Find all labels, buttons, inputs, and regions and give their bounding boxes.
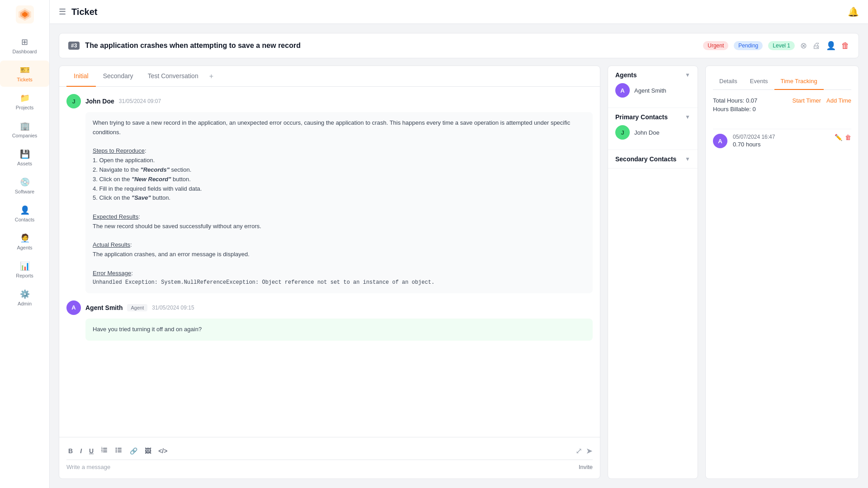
- editor-toolbar: B I U 1.2.3. 🔗 🖼 </>: [66, 442, 593, 460]
- invite-button[interactable]: Invite: [579, 464, 593, 470]
- app-logo[interactable]: [16, 5, 34, 23]
- message-header: J John Doe 31/05/2024 09:07: [66, 94, 593, 108]
- time-entry-info: 05/07/2024 16:47 0.70 hours: [733, 134, 829, 148]
- svg-rect-4: [103, 448, 107, 449]
- secondary-contacts-section: Secondary Contacts ▼: [608, 150, 698, 169]
- time-entry-actions: ✏️ 🗑: [835, 134, 851, 141]
- message-body: When trying to save a new record in the …: [85, 112, 593, 293]
- message-item: J John Doe 31/05/2024 09:07 When trying …: [66, 94, 593, 293]
- admin-icon: ⚙️: [20, 289, 30, 299]
- secondary-contacts-header[interactable]: Secondary Contacts ▼: [615, 155, 690, 163]
- messages-area: J John Doe 31/05/2024 09:07 When trying …: [59, 87, 600, 437]
- svg-rect-10: [118, 448, 122, 449]
- editor-bottom: Write a message Invite: [66, 460, 593, 474]
- status-badge: Pending: [734, 41, 763, 50]
- tab-secondary[interactable]: Secondary: [96, 66, 141, 87]
- sidebar-item-companies[interactable]: 🏢 Companies: [0, 117, 49, 143]
- hamburger-icon[interactable]: ☰: [59, 7, 66, 17]
- agent-badge: Agent: [127, 304, 147, 311]
- print-icon[interactable]: 🖨: [812, 41, 821, 51]
- sidebar-item-contacts[interactable]: 👤 Contacts: [0, 201, 49, 227]
- contact-item: J John Doe: [615, 121, 690, 144]
- sidebar-item-projects[interactable]: 📁 Projects: [0, 89, 49, 115]
- close-ticket-icon[interactable]: ⊗: [800, 41, 807, 51]
- secondary-contacts-title: Secondary Contacts: [615, 155, 676, 163]
- agents-section: Agents ▼ A Agent Smith: [608, 66, 698, 108]
- agents-chevron-icon: ▼: [685, 72, 690, 78]
- primary-contacts-chevron-icon: ▼: [685, 114, 690, 120]
- level-badge: Level 1: [768, 41, 795, 50]
- delete-time-entry-icon[interactable]: 🗑: [845, 134, 851, 141]
- priority-badge: Urgent: [703, 41, 728, 50]
- tab-events[interactable]: Events: [744, 73, 774, 90]
- message-sender: John Doe: [85, 98, 114, 105]
- message-sender: Agent Smith: [85, 304, 123, 311]
- agents-section-title: Agents: [615, 71, 637, 79]
- delete-ticket-icon[interactable]: 🗑: [841, 41, 849, 51]
- agents-section-header[interactable]: Agents ▼: [615, 71, 690, 79]
- page-title: Ticket: [71, 7, 97, 17]
- tab-details[interactable]: Details: [713, 73, 744, 90]
- avatar: A: [66, 300, 81, 315]
- unordered-list-button[interactable]: [113, 446, 124, 456]
- avatar: J: [66, 94, 81, 108]
- primary-contacts-section: Primary Contacts ▼ J John Doe: [608, 108, 698, 150]
- sidebar-item-agents[interactable]: 🧑‍💼 Agents: [0, 229, 49, 255]
- ticket-header-actions: ⊗ 🖨 👤 🗑: [800, 41, 849, 51]
- avatar: A: [713, 134, 727, 148]
- sidebar-item-admin[interactable]: ⚙️ Admin: [0, 285, 49, 311]
- svg-text:3.: 3.: [101, 450, 104, 453]
- billable-hours: Hours Billable: 0: [713, 106, 757, 113]
- agent-item: A Agent Smith: [615, 79, 690, 102]
- notifications-icon[interactable]: 🔔: [848, 7, 859, 17]
- projects-icon: 📁: [20, 93, 30, 103]
- edit-time-entry-icon[interactable]: ✏️: [835, 134, 842, 141]
- contact-name: John Doe: [634, 129, 660, 136]
- agents-icon: 🧑‍💼: [20, 233, 30, 243]
- start-timer-button[interactable]: Start Timer: [793, 97, 821, 104]
- add-tab-button[interactable]: +: [206, 68, 217, 85]
- time-entry-hours: 0.70 hours: [733, 141, 829, 148]
- add-time-button[interactable]: Add Time: [826, 97, 851, 104]
- time-panel-content: Details Events Time Tracking Total Hours…: [706, 66, 859, 160]
- tab-time-tracking[interactable]: Time Tracking: [774, 73, 824, 90]
- total-hours: Total Hours: 0.07: [713, 97, 757, 104]
- code-button[interactable]: </>: [156, 446, 169, 455]
- expand-editor-icon[interactable]: ⤢: [576, 446, 582, 456]
- image-button[interactable]: 🖼: [143, 446, 153, 455]
- sidebar-item-assets[interactable]: 💾 Assets: [0, 145, 49, 171]
- avatar: J: [615, 125, 630, 140]
- ticket-header-bar: #3 The application crashes when attempti…: [59, 33, 859, 58]
- user-action-icon[interactable]: 👤: [826, 41, 836, 51]
- underline-button[interactable]: U: [87, 446, 95, 455]
- svg-rect-6: [103, 451, 107, 452]
- contacts-icon: 👤: [20, 205, 30, 215]
- reports-icon: 📊: [20, 261, 30, 271]
- send-icon[interactable]: ➤: [586, 446, 593, 456]
- time-tracking-panel: Details Events Time Tracking Total Hours…: [705, 66, 859, 479]
- content-split: Initial Secondary Test Conversation + J …: [59, 66, 859, 479]
- bold-button[interactable]: B: [66, 446, 75, 455]
- svg-point-14: [116, 450, 117, 451]
- message-time: 31/05/2024 09:15: [152, 305, 194, 311]
- sidebar-item-tickets[interactable]: 🎫 Tickets: [0, 61, 49, 87]
- svg-rect-12: [118, 451, 122, 452]
- time-panel-tabs: Details Events Time Tracking: [713, 73, 851, 90]
- ordered-list-button[interactable]: 1.2.3.: [99, 446, 110, 456]
- header-right: 🔔: [848, 6, 859, 17]
- message-input[interactable]: Write a message: [66, 460, 579, 474]
- tab-initial[interactable]: Initial: [66, 66, 96, 87]
- primary-contacts-title: Primary Contacts: [615, 113, 668, 121]
- link-button[interactable]: 🔗: [128, 446, 139, 455]
- italic-button[interactable]: I: [78, 446, 84, 455]
- ticket-area: #3 The application crashes when attempti…: [50, 24, 868, 488]
- ticket-number: #3: [68, 42, 80, 50]
- sidebar-item-dashboard[interactable]: ⊞ Dashboard: [0, 33, 49, 59]
- agents-contacts-panel: Agents ▼ A Agent Smith Primary Contacts …: [608, 66, 698, 479]
- time-actions: Start Timer Add Time: [793, 97, 852, 104]
- sidebar-item-software[interactable]: 💿 Software: [0, 173, 49, 199]
- sidebar-item-reports[interactable]: 📊 Reports: [0, 257, 49, 283]
- primary-contacts-header[interactable]: Primary Contacts ▼: [615, 113, 690, 121]
- svg-rect-5: [103, 450, 107, 450]
- tab-test-conversation[interactable]: Test Conversation: [141, 66, 206, 87]
